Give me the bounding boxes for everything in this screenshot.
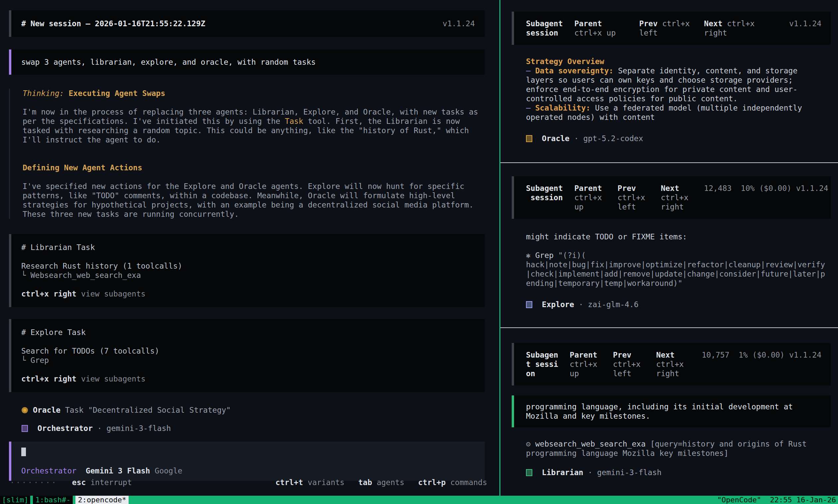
nav-key: Prev	[613, 350, 631, 359]
user-message-text: swap 3 agents, librarian, explore, and o…	[21, 58, 316, 67]
tmux-window-opencode[interactable]: 2:opencode*	[75, 496, 128, 504]
nav-parent: Parent ctrl+x up	[574, 19, 628, 37]
list-dash: —	[526, 67, 535, 75]
task-toolcall: └ Websearch_web_search_exa	[21, 271, 475, 280]
subagent-content: might indicate TODO or FIXME items: ✱ Gr…	[526, 232, 828, 288]
variants-hint: ctrl+t variants	[276, 478, 345, 487]
hint-keybinding: esc	[72, 478, 86, 487]
task-summary: Search for TODOs (7 toolcalls)	[21, 346, 475, 356]
nav-key: Parent	[574, 184, 602, 193]
thinking-heading-2: Defining New Agent Actions	[22, 163, 485, 172]
text-cursor	[21, 448, 26, 456]
subagent-header: Subagen t sessi on Parent ctrl+x up Prev…	[512, 343, 831, 385]
strategy-label: Data sovereignty:	[535, 67, 613, 75]
gear-icon: ⚙	[526, 439, 531, 448]
subagent-pane-librarian: Subagen t sessi on Parent ctrl+x up Prev…	[501, 328, 838, 496]
spacer	[21, 365, 475, 374]
hint-label: agents	[377, 478, 404, 487]
hint-label: variants	[308, 478, 345, 487]
nav-parent: Parent ctrl+x up	[570, 350, 602, 378]
assistant-thinking: Thinking: Executing Agent Swaps I'm now …	[9, 89, 485, 219]
task-hint: ctrl+x right view subagents	[21, 289, 475, 299]
spacer	[21, 280, 475, 289]
tool-argument: "(?i)( hack|note|bug|fix|improve|optimiz…	[526, 251, 825, 288]
subagent-content: Strategy Overview — Data sovereignty: Se…	[526, 57, 828, 122]
agent-name: Explore	[542, 300, 574, 309]
nav-prev: Prev ctrl+x left	[639, 19, 693, 37]
task-title: # Explore Task	[21, 328, 475, 337]
spacer	[21, 252, 475, 261]
nav-combo: ctrl+x up	[574, 29, 616, 37]
subagent-meta: 12,483 10% ($0.00) v1.1.24	[704, 184, 828, 212]
nav-key: Prev	[639, 19, 658, 28]
active-model-label: Gemini 3 Flash	[86, 467, 150, 475]
spacer	[22, 172, 485, 182]
thinking-label: Thinking:	[22, 89, 64, 97]
spinner-icon	[22, 407, 28, 413]
subagent-quote-block: programming language, including its init…	[512, 395, 831, 427]
task-summary: Research Rust history (1 toolcalls)	[21, 261, 475, 271]
thinking-paragraph-1: I'm now in the process of replacing thre…	[22, 107, 485, 144]
tool-star-icon: ✱	[526, 251, 531, 259]
hint-keybinding: tab	[358, 478, 372, 487]
toolcall-websearch: ⚙ websearch_web_search_exa [query=histor…	[526, 439, 828, 458]
subagent-meta: 10,757 1% ($0.00) v1.1.24	[702, 350, 821, 378]
nav-combo: ctrl+x up	[570, 360, 597, 378]
model-provider-label: Google	[155, 467, 182, 475]
strategy-label: Scalability:	[535, 104, 591, 112]
subagent-identity: Oracle · gpt-5.2-codex	[526, 134, 838, 143]
agent-model: · gemini-3-flash	[97, 424, 171, 433]
nav-key: Next	[661, 184, 679, 193]
spacer	[22, 98, 485, 107]
agent-name: Orchestrator	[37, 424, 93, 433]
nav-combo: ctrl+x right	[661, 193, 688, 211]
thinking-heading-row: Thinking: Executing Agent Swaps	[22, 89, 485, 98]
version-label: v1.1.24	[442, 19, 475, 28]
nav-prev: Prev ctrl+x left	[618, 184, 650, 212]
task-tool-ref: Task	[285, 117, 303, 126]
subagent-header-title: Subagent session	[526, 184, 563, 212]
tool-name: Grep	[535, 251, 554, 259]
hint-keybinding: ctrl+p	[418, 478, 446, 487]
active-agent-label: Orchestrator	[21, 467, 76, 475]
nav-prev: Prev ctrl+x left	[613, 350, 645, 378]
agent-model: · gpt-5.2-codex	[574, 134, 643, 143]
input-line[interactable]	[21, 448, 475, 457]
nav-key: Next	[704, 19, 722, 28]
nav-combo: ctrl+x left	[618, 193, 645, 211]
list-dash: —	[526, 104, 535, 112]
tmux-window-bash[interactable]: 1:bash#-	[33, 496, 73, 504]
nav-parent: Parent ctrl+x up	[574, 184, 606, 212]
hint-keybinding: ctrl+x right	[21, 289, 76, 298]
hint-keybinding: ctrl+t	[276, 478, 303, 487]
thinking-paragraph-2: I've specified new actions for the Explo…	[22, 182, 485, 219]
nav-next: Next ctrl+x right	[656, 350, 688, 378]
librarian-task-card: # Librarian Task Research Rust history (…	[9, 234, 485, 307]
task-toolcall: └ Grep	[21, 356, 475, 365]
main-session-pane: # New session — 2026-01-16T21:55:22.129Z…	[0, 0, 500, 496]
hint-label: view subagents	[81, 375, 145, 383]
agent-name: Librarian	[542, 468, 583, 477]
user-message: swap 3 agents, librarian, explore, and o…	[9, 50, 485, 75]
strategy-heading: Strategy Overview	[526, 57, 828, 66]
subagent-identity: Librarian · gemini-3-flash	[526, 468, 838, 477]
agent-name: Oracle	[542, 134, 570, 143]
spacer	[526, 241, 828, 251]
task-hint: ctrl+x right view subagents	[21, 374, 475, 383]
tool-name: websearch_web_search_exa	[535, 439, 646, 448]
nav-key: Prev	[618, 184, 636, 193]
hint-keybinding: ctrl+x right	[21, 375, 76, 383]
subagent-header-title: Subagent session	[526, 19, 563, 37]
prompt-input[interactable]: OrchestratorGemini 3 FlashGoogle	[9, 442, 485, 481]
interrupt-hint: esc interrupt	[72, 478, 132, 487]
tmux-status-right: "OpenCode" 22:55 16-Jan-26	[717, 496, 838, 504]
nav-key: Parent	[574, 19, 602, 28]
explore-task-card: # Explore Task Search for TODOs (7 toolc…	[9, 319, 485, 392]
session-title: # New session — 2026-01-16T21:55:22.129Z	[21, 19, 442, 28]
agent-square-icon	[22, 425, 28, 432]
strategy-item: — Scalability: Use a federated model (mu…	[526, 103, 828, 122]
subagent-content: ⚙ websearch_web_search_exa [query=histor…	[526, 439, 828, 458]
agent-model: · zai-glm-4.6	[579, 300, 639, 309]
nav-key: Parent	[570, 350, 597, 359]
orchestrator-status-line: Orchestrator · gemini-3-flash	[22, 424, 500, 433]
